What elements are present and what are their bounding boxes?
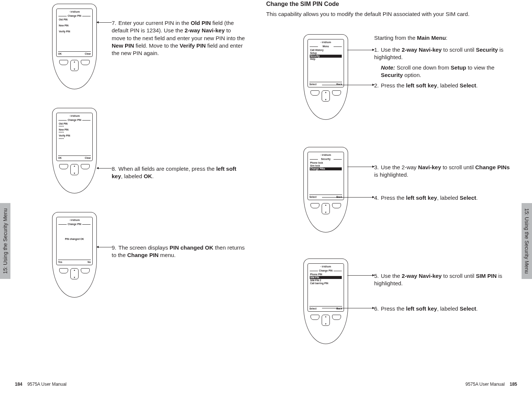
- step-2: 2.Press the left soft key, labeled Selec…: [374, 82, 512, 89]
- screen-title: Change PIN: [58, 119, 90, 122]
- callout-line: [97, 168, 112, 168]
- brand-label: iridium: [58, 115, 90, 118]
- navi-key[interactable]: [322, 315, 330, 326]
- list-item: Phone lock: [310, 161, 342, 164]
- list-item: Old PIN: [58, 122, 90, 125]
- list-item: Setup: [310, 52, 342, 55]
- softkey-right-label: Clear: [85, 157, 91, 160]
- navi-key[interactable]: [322, 203, 330, 214]
- left-soft-key[interactable]: [59, 164, 68, 169]
- phone-mock-step9: iridium Change PIN PIN changed OK Yes No: [52, 212, 97, 298]
- navi-key[interactable]: [70, 268, 79, 279]
- footer-right: 9575A User Manual 185: [465, 382, 517, 387]
- menu-list: Old PIN New PIN Verify PIN: [58, 18, 90, 33]
- list-item: New PIN: [58, 24, 90, 27]
- list-item: Call barring PIN: [310, 282, 342, 285]
- list-item: Verify PIN: [58, 30, 90, 33]
- section-heading-block: Change the SIM PIN Code This capability …: [266, 0, 504, 18]
- step-4: 4.Press the left soft key, labeled Selec…: [374, 194, 512, 202]
- masked-value: ****: [58, 138, 90, 141]
- menu-list: Old PIN **** New PIN **** Verify PIN ***…: [58, 122, 90, 141]
- page-185: 15: Using the Security Menu Change the S…: [266, 0, 532, 398]
- list-item-selected: SIM PIN: [310, 276, 342, 279]
- step-8: 8.When all fields are complete, press th…: [112, 165, 246, 180]
- phone-mock-step1: iridium Menu Call History Setup Security…: [303, 34, 348, 120]
- note-1: Note: Scroll one down from Setup to view…: [381, 64, 512, 79]
- callout-line: [97, 247, 112, 247]
- softkey-left-label: Select: [309, 307, 316, 310]
- list-item: Help: [310, 58, 342, 61]
- softkey-right-label: Back: [336, 83, 342, 86]
- softkey-left-label: Yes: [58, 261, 62, 264]
- callout-line: [347, 50, 374, 50]
- left-soft-key[interactable]: [310, 315, 319, 320]
- brand-label: iridium: [310, 41, 342, 44]
- masked-value: ****: [58, 125, 90, 128]
- step-6: 6.Press the left soft key, labeled Selec…: [374, 305, 512, 312]
- list-item: Verify PIN: [58, 134, 90, 137]
- menu-list: Phone lock Sim lock Change PINs: [310, 161, 342, 170]
- step-7: 7.Enter your current PIN in the Old PIN …: [112, 19, 246, 57]
- section-intro: This capability allows you to modify the…: [266, 10, 504, 18]
- section-heading: Change the SIM PIN Code: [266, 0, 504, 8]
- step-1: 1.Use the 2-way Navi-key to scroll until…: [374, 46, 512, 61]
- callout-line: [322, 85, 374, 85]
- right-soft-key[interactable]: [81, 268, 90, 273]
- menu-list: Call History Setup Security Help: [310, 49, 342, 61]
- step-5: 5.Use the 2-way Navi-key to scroll until…: [374, 272, 512, 288]
- section-tab-right: 15: Using the Security Menu: [522, 203, 532, 279]
- masked-value: ****: [58, 131, 90, 134]
- list-item: Sim lock: [310, 164, 342, 167]
- page-184: 15: Using the Security Menu iridium Chan…: [0, 0, 266, 398]
- right-soft-key[interactable]: [81, 164, 90, 169]
- list-item-selected: Change PINs: [310, 167, 342, 170]
- screen-title: Change PIN: [58, 15, 90, 17]
- left-soft-key[interactable]: [59, 60, 68, 65]
- left-soft-key[interactable]: [310, 90, 319, 96]
- left-soft-key[interactable]: [310, 203, 319, 208]
- brand-label: iridium: [58, 10, 90, 14]
- list-item-selected: Security: [310, 55, 342, 58]
- softkey-left-label: Select: [309, 196, 316, 199]
- callout-line: [347, 275, 374, 276]
- softkey-right-label: Clear: [85, 52, 91, 55]
- softkey-right-label: No: [87, 261, 91, 264]
- callout-line: [322, 197, 374, 198]
- navi-key[interactable]: [70, 60, 79, 71]
- step-3: 3.Use the 2-way Navi-key to scroll until…: [374, 164, 512, 179]
- screen-title: Change PIN: [310, 269, 342, 272]
- screen-title: Change PIN: [58, 223, 90, 226]
- phone-mock-step7: iridium Change PIN Old PIN New PIN Verif…: [52, 4, 97, 89]
- list-item: SIM PIN 2: [310, 279, 342, 282]
- screen-title: Security: [310, 158, 342, 161]
- menu-list: Phone PIN SIM PIN SIM PIN 2 Call barring…: [310, 273, 342, 285]
- status-message: PIN changed OK: [58, 238, 90, 241]
- starting-from: Starting from the Main Menu:: [374, 34, 508, 42]
- right-soft-key[interactable]: [332, 203, 341, 208]
- callout-line: [322, 308, 374, 308]
- right-soft-key[interactable]: [332, 90, 341, 96]
- section-tab-left: 15: Using the Security Menu: [0, 203, 10, 279]
- left-soft-key[interactable]: [59, 268, 68, 273]
- list-item: Call History: [310, 49, 342, 52]
- step-9: 9.The screen displays PIN changed OK the…: [112, 244, 246, 259]
- right-soft-key[interactable]: [81, 60, 90, 65]
- navi-key[interactable]: [322, 90, 330, 102]
- brand-label: iridium: [310, 154, 342, 157]
- navi-key[interactable]: [70, 164, 79, 175]
- softkey-left-label: OK: [58, 52, 62, 55]
- brand-label: iridium: [310, 265, 342, 269]
- softkey-left-label: OK: [58, 157, 62, 160]
- softkey-left-label: Select: [309, 83, 316, 86]
- phone-mock-step5: iridium Change PIN Phone PIN SIM PIN SIM…: [303, 259, 348, 344]
- callout-line: [97, 22, 112, 23]
- list-item: Old PIN: [58, 18, 90, 21]
- list-item: New PIN: [58, 128, 90, 131]
- callout-line: [347, 167, 374, 167]
- footer-left: 184 9575A User Manual: [15, 382, 67, 387]
- list-item: Phone PIN: [310, 273, 342, 276]
- right-soft-key[interactable]: [332, 315, 341, 320]
- phone-mock-step3: iridium Security Phone lock Sim lock Cha…: [303, 147, 348, 232]
- phone-mock-step8: iridium Change PIN Old PIN **** New PIN …: [52, 108, 97, 193]
- screen-title: Menu: [310, 45, 342, 48]
